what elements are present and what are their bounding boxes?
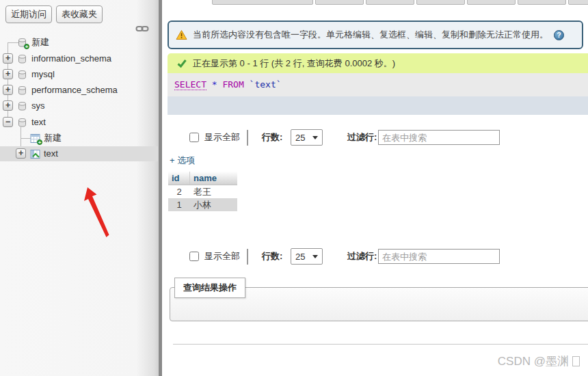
column-header-name[interactable]: name [190,172,237,185]
rows-per-page-select[interactable]: 25 [291,129,323,146]
tree-item-label[interactable]: mysql [31,67,55,82]
database-icon [17,101,27,111]
expand-icon[interactable] [3,69,13,79]
red-arrow-annotation [79,185,115,241]
rows-label: 行数: [262,129,282,146]
warning-message: 当前所选内容没有包含唯一字段。单元格编辑、复选框、编辑、复制和删除无法正常使用。 [168,21,583,49]
bottom-divider [173,344,588,345]
tree-item-sys[interactable]: sys [0,98,158,113]
browser-tab-edge[interactable] [467,0,516,5]
sql-keyword: FROM [222,79,243,90]
show-all-checkbox[interactable] [189,252,199,261]
results-controls-top: 显示全部 行数: 25 过滤行: [162,129,588,146]
database-icon [17,70,27,80]
new-database-icon [17,38,27,48]
tree-item-label[interactable]: performance_schema [31,83,118,98]
cell-id: 2 [168,185,190,198]
sql-keyword[interactable]: SELECT [174,79,206,90]
success-text: 正在显示第 0 - 1 行 (共 2 行, 查询花费 0.0002 秒。) [193,57,395,70]
options-toggle-link[interactable]: + 选项 [170,155,195,167]
tree-item-label[interactable]: text [44,146,58,161]
cell-name: 老王 [190,185,237,198]
rows-label: 行数: [262,247,282,265]
cell-name: 小林 [190,198,237,211]
tree-item-label[interactable]: 新建 [44,131,62,146]
chevron-down-icon [312,136,318,139]
tree-item-text-table[interactable]: text [0,146,158,161]
sidebar-tab-bar: 近期访问 表收藏夹 [5,5,103,23]
results-controls-bottom: 显示全部 行数: 25 过滤行: [162,247,588,265]
tree-item-information-schema[interactable]: information_schema [0,51,158,66]
warning-text: 当前所选内容没有包含唯一字段。单元格编辑、复选框、编辑、复制和删除无法正常使用。 [193,29,548,41]
tree-item-new-table[interactable]: 新建 [0,131,158,146]
filter-rows-input[interactable] [378,130,500,145]
watermark-text: CSDN @墨渊 [498,353,569,369]
controls-divider [247,249,248,265]
sql-table-name: `text` [250,79,282,90]
table-row[interactable]: 1 小林 [168,198,237,211]
tree-item-label[interactable]: text [31,115,46,130]
chevron-down-icon [312,255,318,258]
expand-icon[interactable] [3,53,13,64]
rows-per-page-value: 25 [295,133,305,143]
tree-item-label[interactable]: 新建 [31,35,49,50]
browser-tab-edge[interactable] [518,0,566,5]
results-table: id name 2 老王 1 小林 [168,172,237,211]
results-operations-legend: 查询结果操作 [174,278,245,298]
database-icon [17,54,27,64]
database-icon [17,118,27,128]
show-all-checkbox[interactable] [189,133,199,142]
table-header-row: id name [168,172,237,185]
tab-favorites[interactable]: 表收藏夹 [56,5,103,23]
link-icon[interactable] [135,25,149,35]
tree-item-text-database[interactable]: text [0,115,158,130]
sql-query: SELECT * FROM `text` [168,73,588,96]
tree-item-new-database[interactable]: 新建 [0,35,158,50]
filter-label: 过滤行: [347,129,377,146]
browser-tab-edge[interactable] [416,0,465,5]
navigation-sidebar: 近期访问 表收藏夹 新建 information_schema mysql pe… [0,0,159,376]
tree-item-label[interactable]: sys [31,98,45,113]
rows-per-page-select[interactable]: 25 [291,248,323,265]
show-all-label[interactable]: 显示全部 [204,129,240,146]
plus-badge-icon [24,44,29,49]
table-view-icon [30,149,40,159]
cell-id: 1 [168,198,190,211]
rows-per-page-value: 25 [295,252,305,262]
table-row[interactable]: 2 老王 [168,185,237,198]
controls-divider [247,130,248,146]
watermark: CSDN @墨渊 [498,353,580,369]
database-icon [17,85,27,96]
plus-badge-icon [37,139,42,145]
browser-tab-edge[interactable] [315,0,364,5]
success-message: 正在显示第 0 - 1 行 (共 2 行, 查询花费 0.0002 秒。) [168,53,588,73]
filter-label: 过滤行: [347,247,377,265]
missing-glyph-box [572,356,580,366]
new-table-icon [30,133,40,144]
collapse-icon[interactable] [3,117,13,127]
expand-icon[interactable] [3,100,13,111]
browser-tab-edge[interactable] [212,0,313,5]
sql-footer-band [168,96,588,115]
show-all-label[interactable]: 显示全部 [204,247,240,265]
success-check-icon [176,58,187,68]
expand-icon[interactable] [3,85,13,95]
expand-icon[interactable] [16,148,26,159]
tab-recent[interactable]: 近期访问 [5,5,52,23]
tree-item-label[interactable]: information_schema [31,51,111,66]
browser-tab-edge[interactable] [568,0,588,5]
tree-item-performance-schema[interactable]: performance_schema [0,83,158,98]
help-icon[interactable] [554,30,564,40]
query-result-block: 正在显示第 0 - 1 行 (共 2 行, 查询花费 0.0002 秒。) SE… [168,53,588,115]
main-content: 当前所选内容没有包含唯一字段。单元格编辑、复选框、编辑、复制和删除无法正常使用。… [162,0,588,376]
filter-rows-input[interactable] [378,249,500,264]
warning-icon [176,29,187,40]
browser-tab-edge[interactable] [366,0,414,5]
tree-item-mysql[interactable]: mysql [0,67,158,82]
column-header-id[interactable]: id [168,172,190,185]
sql-star: * [212,79,217,90]
